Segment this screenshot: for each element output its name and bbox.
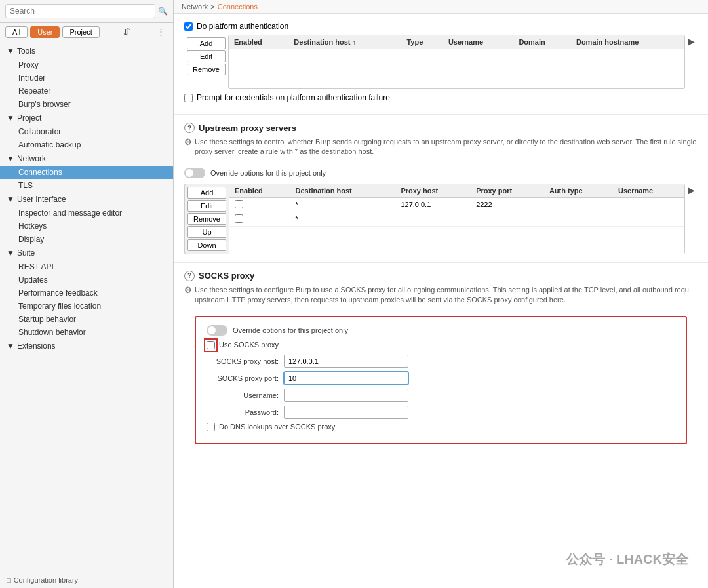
platform-remove-button[interactable]: Remove bbox=[187, 64, 226, 75]
sidebar-item-tls[interactable]: TLS bbox=[0, 179, 173, 192]
col-dest-host: Destination host ↑ bbox=[288, 35, 401, 49]
upstream-down-button[interactable]: Down bbox=[187, 239, 226, 251]
row2-dest: * bbox=[290, 212, 396, 226]
socks-help-icon[interactable]: ? bbox=[184, 271, 195, 281]
platform-add-button[interactable]: Add bbox=[187, 37, 226, 49]
sidebar-item-repeater[interactable]: Repeater bbox=[0, 85, 173, 98]
sidebar-group-project[interactable]: ▼ Project bbox=[0, 111, 173, 125]
search-input[interactable] bbox=[5, 4, 155, 18]
sidebar-item-startup-behavior[interactable]: Startup behavior bbox=[0, 313, 173, 326]
chevron-down-icon: ▼ bbox=[7, 342, 14, 351]
sidebar-item-connections[interactable]: Connections bbox=[0, 166, 173, 179]
socks-host-row: SOCKS proxy host: bbox=[206, 355, 675, 368]
sidebar-item-performance-feedback[interactable]: Performance feedback bbox=[0, 286, 173, 300]
chevron-down-icon: ▼ bbox=[7, 154, 14, 163]
row1-enabled[interactable] bbox=[235, 200, 243, 208]
sidebar-group-extensions[interactable]: ▼ Extensions bbox=[0, 339, 173, 353]
sidebar-item-shutdown-behavior[interactable]: Shutdown behavior bbox=[0, 326, 173, 339]
socks-password-input[interactable] bbox=[284, 406, 408, 419]
up-col-proxy-host: Proxy host bbox=[395, 184, 471, 198]
sidebar-item-temp-files[interactable]: Temporary files location bbox=[0, 300, 173, 313]
table-row: * 127.0.0.1 2222 bbox=[229, 197, 684, 212]
platform-auth-table: Enabled Destination host ↑ Type Username… bbox=[229, 35, 684, 88]
upstream-up-button[interactable]: Up bbox=[187, 226, 226, 238]
upstream-add-button[interactable]: Add bbox=[187, 187, 226, 199]
up-col-dest: Destination host bbox=[290, 184, 396, 198]
socks-override-row: Override options for this project only bbox=[206, 325, 675, 336]
upstream-edit-button[interactable]: Edit bbox=[187, 200, 226, 212]
sidebar-group-tools[interactable]: ▼ Tools bbox=[0, 44, 173, 58]
socks-config-box: Override options for this project only U… bbox=[195, 316, 687, 444]
do-platform-auth-checkbox[interactable] bbox=[184, 22, 193, 31]
dns-socks-checkbox[interactable] bbox=[206, 423, 215, 431]
search-bar[interactable]: 🔍 bbox=[0, 0, 173, 23]
sidebar-item-inspector[interactable]: Inspector and message editor bbox=[0, 206, 173, 220]
sidebar-item-automatic-backup[interactable]: Automatic backup bbox=[0, 138, 173, 151]
socks-username-input[interactable] bbox=[284, 389, 408, 402]
scroll-indicator-right: ▶ bbox=[685, 35, 698, 89]
upstream-desc: Use these settings to control whether Bu… bbox=[195, 137, 698, 157]
row1-auth-type bbox=[544, 197, 613, 212]
dns-socks-label[interactable]: Do DNS lookups over SOCKS proxy bbox=[206, 423, 335, 431]
socks-host-input[interactable] bbox=[284, 355, 408, 368]
sidebar-item-burps-browser[interactable]: Burp's browser bbox=[0, 98, 173, 111]
breadcrumb-connections[interactable]: Connections bbox=[218, 3, 258, 10]
sidebar-item-proxy[interactable]: Proxy bbox=[0, 58, 173, 71]
row1-proxy-host: 127.0.0.1 bbox=[395, 197, 471, 212]
tab-project[interactable]: Project bbox=[62, 26, 99, 38]
row1-username bbox=[613, 197, 684, 212]
socks-override-label: Override options for this project only bbox=[233, 326, 348, 334]
up-col-enabled: Enabled bbox=[229, 184, 290, 198]
table-row: * bbox=[229, 212, 684, 226]
col-enabled: Enabled bbox=[229, 35, 288, 49]
sidebar-item-collaborator[interactable]: Collaborator bbox=[0, 125, 173, 138]
main-content: Network > Connections Do platform authen… bbox=[174, 0, 708, 588]
tab-user[interactable]: User bbox=[30, 26, 60, 38]
platform-auth-table-container: Enabled Destination host ↑ Type Username… bbox=[228, 35, 685, 89]
sidebar-nav: ▼ Tools Proxy Intruder Repeater Burp's b… bbox=[0, 41, 173, 572]
sidebar-group-user-interface[interactable]: ▼ User interface bbox=[0, 192, 173, 206]
chevron-down-icon: ▼ bbox=[7, 195, 14, 204]
row2-username bbox=[613, 212, 684, 226]
sidebar-item-intruder[interactable]: Intruder bbox=[0, 71, 173, 85]
chevron-down-icon: ▼ bbox=[7, 47, 14, 56]
sidebar-item-rest-api[interactable]: REST API bbox=[0, 260, 173, 273]
upstream-override-label: Override options for this project only bbox=[210, 169, 326, 177]
sort-icon[interactable]: ⇵ bbox=[121, 26, 133, 38]
sidebar-item-display[interactable]: Display bbox=[0, 233, 173, 246]
upstream-help-icon[interactable]: ? bbox=[184, 123, 195, 133]
upstream-override-toggle[interactable] bbox=[184, 168, 205, 178]
upstream-remove-button[interactable]: Remove bbox=[187, 213, 226, 225]
socks-password-row: Password: bbox=[206, 406, 675, 419]
dns-socks-row: Do DNS lookups over SOCKS proxy bbox=[206, 423, 675, 431]
row2-auth-type bbox=[544, 212, 613, 226]
config-library-link[interactable]: □ Configuration library bbox=[0, 572, 173, 588]
prompt-credentials-checkbox[interactable] bbox=[184, 94, 193, 102]
use-socks-label[interactable]: Use SOCKS proxy bbox=[206, 341, 279, 349]
platform-auth-buttons: Add Edit Remove bbox=[184, 35, 228, 89]
row2-enabled[interactable] bbox=[235, 214, 243, 223]
gear-icon: ⚙ bbox=[184, 137, 192, 147]
breadcrumb-separator: > bbox=[210, 3, 214, 10]
filter-icon[interactable]: ⋮ bbox=[154, 26, 168, 38]
breadcrumb-network: Network bbox=[182, 3, 208, 10]
up-col-username: Username bbox=[613, 184, 684, 198]
upstream-scroll-indicator: ▶ bbox=[685, 184, 698, 254]
socks-port-label: SOCKS proxy port: bbox=[206, 374, 279, 382]
platform-edit-button[interactable]: Edit bbox=[187, 50, 226, 62]
sidebar-group-suite[interactable]: ▼ Suite bbox=[0, 246, 173, 260]
socks-desc: Use these settings to configure Burp to … bbox=[195, 285, 698, 305]
socks-port-input[interactable] bbox=[284, 372, 408, 385]
sidebar-item-updates[interactable]: Updates bbox=[0, 273, 173, 286]
upstream-proxy-title: ? Upstream proxy servers bbox=[184, 123, 698, 133]
tab-all[interactable]: All bbox=[5, 26, 28, 38]
use-socks-checkbox[interactable] bbox=[206, 341, 215, 349]
sidebar-group-network[interactable]: ▼ Network bbox=[0, 151, 173, 166]
upstream-buttons: Add Edit Remove Up Down bbox=[184, 184, 229, 254]
socks-proxy-section: ? SOCKS proxy ⚙ Use these settings to co… bbox=[174, 263, 708, 458]
socks-override-toggle[interactable] bbox=[206, 325, 227, 336]
do-platform-auth-row: Do platform authentication bbox=[184, 22, 698, 31]
prompt-credentials-label: Prompt for credentials on platform authe… bbox=[197, 93, 390, 102]
upstream-override-row: Override options for this project only bbox=[184, 168, 698, 178]
sidebar-item-hotkeys[interactable]: Hotkeys bbox=[0, 220, 173, 233]
